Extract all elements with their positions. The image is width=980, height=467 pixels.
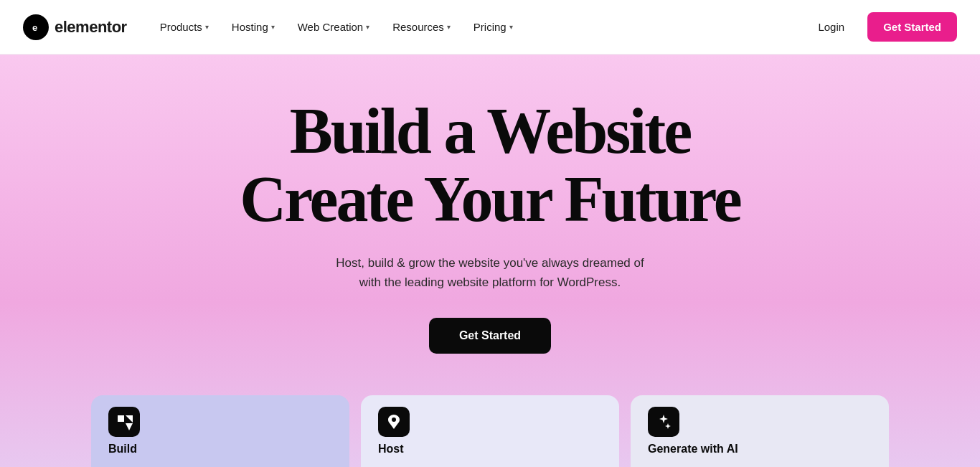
build-icon xyxy=(108,407,140,437)
header-right: Login Get Started xyxy=(806,12,957,42)
logo-name: elementor xyxy=(55,18,127,37)
chevron-down-icon: ▾ xyxy=(205,23,209,31)
card-ai[interactable]: Generate with AI xyxy=(631,395,889,467)
svg-rect-2 xyxy=(118,415,124,422)
ai-icon xyxy=(648,407,679,437)
header-left: e elementor Products ▾ Hosting ▾ Web Cre… xyxy=(23,14,523,40)
card-ai-label: Generate with AI xyxy=(648,443,738,456)
nav-item-resources[interactable]: Resources ▾ xyxy=(382,15,461,39)
svg-text:e: e xyxy=(32,22,37,33)
svg-marker-4 xyxy=(126,415,133,423)
chevron-down-icon: ▾ xyxy=(271,23,275,31)
svg-point-5 xyxy=(392,418,396,422)
header: e elementor Products ▾ Hosting ▾ Web Cre… xyxy=(0,0,980,55)
chevron-down-icon: ▾ xyxy=(447,23,451,31)
card-host-label: Host xyxy=(378,443,404,456)
card-host[interactable]: Host xyxy=(361,395,619,467)
chevron-down-icon: ▾ xyxy=(509,23,513,31)
nav-item-pricing[interactable]: Pricing ▾ xyxy=(463,15,523,39)
feature-cards-row: Build Host Generate with AI xyxy=(0,395,980,467)
host-icon xyxy=(378,407,410,437)
card-build[interactable]: Build xyxy=(91,395,349,467)
nav-item-hosting[interactable]: Hosting ▾ xyxy=(222,15,285,39)
hero-title: Build a Website Create Your Future xyxy=(240,98,740,233)
hero-subtitle: Host, build & grow the website you've al… xyxy=(336,253,644,292)
main-nav: Products ▾ Hosting ▾ Web Creation ▾ Reso… xyxy=(150,15,523,39)
logo-link[interactable]: e elementor xyxy=(23,14,127,40)
get-started-header-button[interactable]: Get Started xyxy=(867,12,957,42)
hero-section: Build a Website Create Your Future Host,… xyxy=(0,55,980,467)
chevron-down-icon: ▾ xyxy=(366,23,369,31)
logo-icon: e xyxy=(23,14,49,40)
svg-marker-3 xyxy=(126,423,133,430)
hero-cta-button[interactable]: Get Started xyxy=(429,318,551,354)
nav-item-web-creation[interactable]: Web Creation ▾ xyxy=(288,15,380,39)
login-button[interactable]: Login xyxy=(806,15,856,39)
nav-item-products[interactable]: Products ▾ xyxy=(150,15,219,39)
card-build-label: Build xyxy=(108,443,137,456)
